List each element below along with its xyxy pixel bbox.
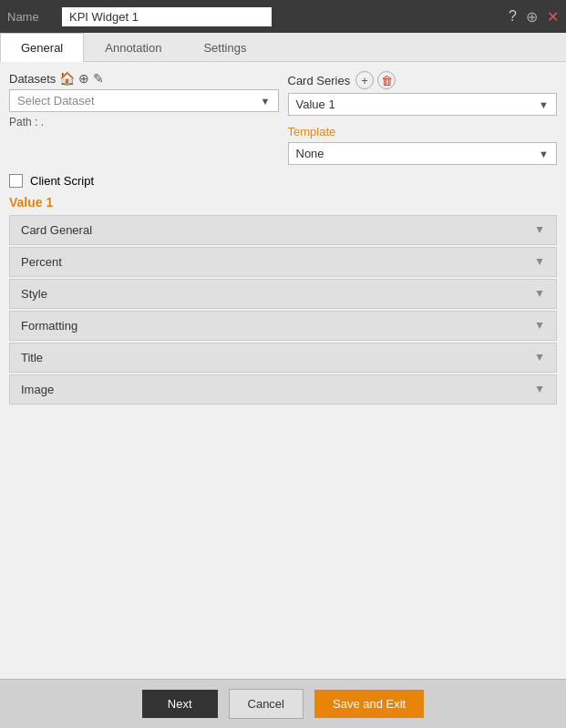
card-series-label: Card Series bbox=[288, 74, 351, 87]
main-content: Datasets 🏠 ⊕ ✎ Select Dataset ▼ Path : .… bbox=[0, 62, 566, 679]
move-icon[interactable]: ⊕ bbox=[526, 8, 538, 26]
accordion-title: Title ▲ bbox=[9, 343, 557, 373]
accordion-formatting: Formatting ▲ bbox=[9, 311, 557, 341]
accordion-card-general: Card General ▲ bbox=[9, 215, 557, 245]
accordion-style: Style ▲ bbox=[9, 279, 557, 309]
accordion-style-chevron: ▲ bbox=[534, 288, 545, 301]
accordion-percent-chevron: ▲ bbox=[534, 256, 545, 269]
accordion-image-chevron: ▲ bbox=[534, 384, 545, 396]
accordion-formatting-chevron: ▲ bbox=[534, 320, 545, 333]
accordion-style-label: Style bbox=[21, 287, 47, 301]
datasets-section: Datasets 🏠 ⊕ ✎ Select Dataset ▼ Path : . bbox=[9, 71, 279, 165]
accordion-card-general-chevron: ▲ bbox=[534, 224, 545, 237]
accordion-formatting-header[interactable]: Formatting ▲ bbox=[10, 312, 556, 340]
dataset-placeholder: Select Dataset bbox=[17, 94, 95, 108]
title-bar-icons: ? ⊕ ✕ bbox=[509, 8, 559, 26]
accordion-image-header[interactable]: Image ▲ bbox=[10, 375, 556, 404]
next-button[interactable]: Next bbox=[142, 690, 218, 718]
accordion-list: Card General ▲ Percent ▲ Style ▲ Formatt… bbox=[9, 215, 557, 405]
accordion-card-general-header[interactable]: Card General ▲ bbox=[10, 216, 556, 244]
accordion-card-general-label: Card General bbox=[21, 223, 92, 237]
accordion-image: Image ▲ bbox=[9, 374, 557, 405]
footer: Next Cancel Save and Exit bbox=[0, 679, 566, 728]
tab-annotation[interactable]: Annotation bbox=[84, 33, 182, 62]
template-label: Template bbox=[288, 125, 558, 138]
datasets-icons: 🏠 ⊕ ✎ bbox=[59, 71, 104, 86]
path-value: . bbox=[41, 116, 44, 128]
edit-dataset-icon[interactable]: ✎ bbox=[93, 71, 104, 86]
card-series-section: Card Series + 🗑 Value 1 ▼ Template None … bbox=[288, 71, 558, 165]
help-icon[interactable]: ? bbox=[509, 8, 517, 25]
value-prefix: Value bbox=[9, 195, 46, 210]
tab-general[interactable]: General bbox=[0, 33, 84, 62]
value-heading: Value 1 bbox=[9, 195, 557, 210]
accordion-title-chevron: ▲ bbox=[534, 352, 545, 364]
accordion-style-header[interactable]: Style ▲ bbox=[10, 280, 556, 308]
template-select[interactable]: None ▼ bbox=[288, 142, 558, 165]
card-series-value: Value 1 bbox=[296, 97, 335, 111]
accordion-percent-label: Percent bbox=[21, 255, 62, 269]
card-series-row: Value 1 ▼ bbox=[288, 93, 558, 116]
add-card-series-button[interactable]: + bbox=[355, 71, 374, 89]
accordion-title-label: Title bbox=[21, 351, 43, 364]
card-series-arrow-icon: ▼ bbox=[539, 99, 549, 110]
client-script-label: Client Script bbox=[30, 174, 94, 188]
tab-settings[interactable]: Settings bbox=[182, 33, 267, 62]
accordion-image-label: Image bbox=[21, 383, 54, 396]
datasets-label: Datasets bbox=[9, 72, 56, 86]
save-exit-button[interactable]: Save and Exit bbox=[314, 690, 424, 718]
template-value: None bbox=[296, 147, 324, 160]
path-label: Path : bbox=[9, 116, 37, 128]
accordion-percent: Percent ▲ bbox=[9, 247, 557, 277]
widget-name-input[interactable] bbox=[62, 7, 272, 26]
card-series-select[interactable]: Value 1 ▼ bbox=[288, 93, 558, 116]
client-script-row: Client Script bbox=[9, 174, 557, 188]
card-series-icons: + 🗑 bbox=[355, 71, 396, 89]
tab-bar: General Annotation Settings bbox=[0, 33, 566, 62]
name-label: Name bbox=[7, 10, 62, 24]
value-number: 1 bbox=[46, 195, 53, 210]
dataset-select[interactable]: Select Dataset ▼ bbox=[9, 89, 279, 112]
path-row: Path : . bbox=[9, 116, 279, 128]
home-icon[interactable]: 🏠 bbox=[59, 71, 75, 86]
add-dataset-icon[interactable]: ⊕ bbox=[78, 71, 89, 86]
template-section: Template None ▼ bbox=[288, 125, 558, 165]
delete-card-series-button[interactable]: 🗑 bbox=[377, 71, 396, 89]
client-script-checkbox[interactable] bbox=[9, 174, 23, 188]
template-arrow-icon: ▼ bbox=[539, 149, 549, 159]
accordion-formatting-label: Formatting bbox=[21, 319, 77, 333]
close-icon[interactable]: ✕ bbox=[547, 8, 559, 26]
accordion-percent-header[interactable]: Percent ▲ bbox=[10, 248, 556, 276]
accordion-title-header[interactable]: Title ▲ bbox=[10, 343, 556, 372]
dataset-arrow-icon: ▼ bbox=[261, 96, 271, 107]
cancel-button[interactable]: Cancel bbox=[229, 689, 304, 719]
title-bar: Name ? ⊕ ✕ bbox=[0, 0, 566, 33]
